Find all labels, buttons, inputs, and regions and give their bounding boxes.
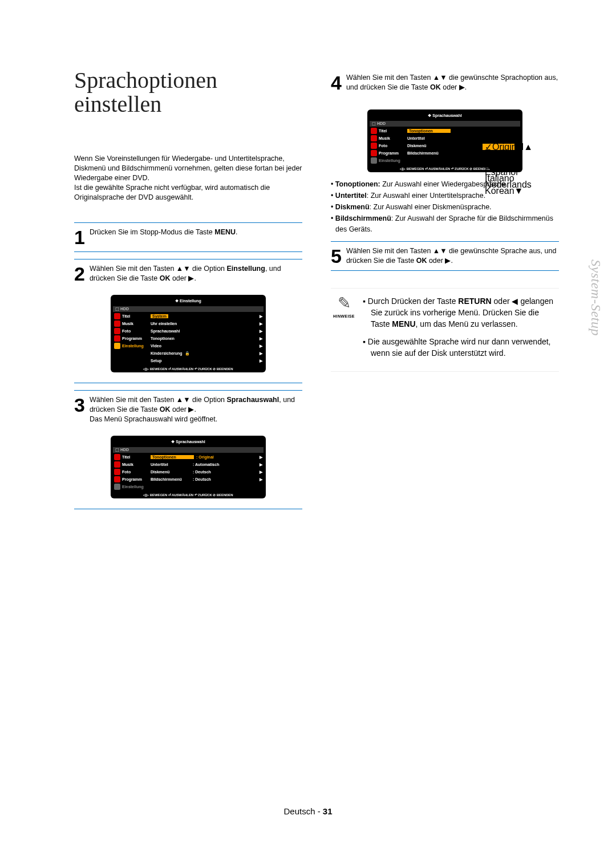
- hinweise-block: ✎ HINWEISE Durch Drücken der Taste RETUR…: [331, 288, 559, 372]
- right-column: 4 Wählen Sie mit den Tasten ▲▼ die gewün…: [331, 68, 559, 514]
- page-footer: Deutsch - 31: [0, 806, 616, 816]
- step-4: 4 Wählen Sie mit den Tasten ▲▼ die gewün…: [331, 68, 559, 92]
- hinweis-1: Durch Drücken der Taste RETURN oder ◀ ge…: [363, 295, 559, 330]
- step-1: 1 Drücken Sie im Stopp-Modus die Taste M…: [74, 222, 302, 252]
- step-4-number: 4: [331, 73, 342, 92]
- hinweise-label: HINWEISE: [331, 314, 357, 319]
- step-5-number: 5: [331, 246, 342, 266]
- hinweis-2: Die ausgewählte Sprache wird nur dann ve…: [363, 336, 559, 359]
- step-3-number: 3: [74, 395, 85, 424]
- side-tab-system-setup: System-Setup: [588, 259, 603, 336]
- step-3: 3 Wählen Sie mit den Tasten ▲▼ die Optio…: [74, 390, 302, 424]
- title-block: Sprachoptionen einstellen: [74, 68, 302, 148]
- intro-text: Wenn Sie Voreinstellungen für Wiedergabe…: [74, 154, 302, 202]
- page-title: Sprachoptionen einstellen: [74, 68, 302, 116]
- osd-figure-einstellung: Einstellung ⬚ HDD TitelSystem▶ MusikUhr …: [111, 295, 266, 372]
- left-column: Sprachoptionen einstellen Wenn Sie Vorei…: [74, 68, 302, 514]
- step-2-number: 2: [74, 264, 85, 283]
- step-2: 2 Wählen Sie mit den Tasten ▲▼ die Optio…: [74, 259, 302, 283]
- step-1-number: 1: [74, 228, 85, 247]
- osd-figure-sprachauswahl: Sprachauswahl ⬚ HDD TitelTonoptionen: Or…: [111, 436, 266, 498]
- language-dropdown: Original▲ English Français Deutsch Españ…: [483, 144, 514, 194]
- step-5: 5 Wählen Sie mit den Tasten ▲▼ die gewün…: [331, 241, 559, 271]
- osd-figure-sprachauswahl-dropdown: Sprachauswahl ⬚ HDD TitelTonoptionen Mus…: [331, 109, 559, 172]
- hand-icon: ✎: [331, 295, 357, 311]
